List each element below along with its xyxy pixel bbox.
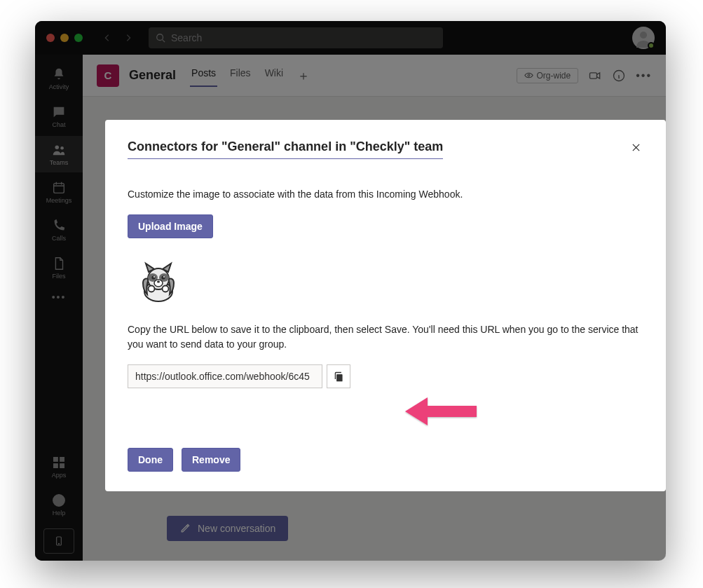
- copy-icon: [333, 371, 345, 383]
- svg-point-26: [163, 286, 169, 292]
- button-label: Upload Image: [138, 221, 203, 232]
- modal-title: Connectors for "General" channel in "Che…: [128, 139, 443, 159]
- copy-url-button[interactable]: [327, 364, 350, 388]
- svg-point-24: [157, 281, 160, 283]
- svg-point-20: [161, 275, 165, 279]
- svg-point-19: [151, 275, 155, 279]
- close-icon: [632, 143, 641, 152]
- close-modal-button[interactable]: [629, 139, 643, 158]
- raccoon-icon: [136, 258, 181, 303]
- remove-button[interactable]: Remove: [182, 448, 240, 472]
- webhook-url-input[interactable]: [128, 364, 322, 388]
- webhook-image-preview: [136, 258, 181, 303]
- done-button[interactable]: Done: [128, 448, 173, 472]
- button-label: Remove: [192, 454, 230, 465]
- url-description: Copy the URL below to save it to the cli…: [128, 322, 643, 352]
- app-window: Search Activity Chat Teams Meetings: [35, 21, 666, 561]
- svg-rect-27: [336, 374, 343, 381]
- svg-point-25: [149, 286, 155, 292]
- connectors-modal: Connectors for "General" channel in "Che…: [105, 120, 666, 491]
- button-label: Done: [138, 454, 163, 465]
- svg-point-22: [163, 276, 165, 278]
- upload-image-button[interactable]: Upload Image: [128, 214, 213, 238]
- upload-description: Customize the image to associate with th…: [128, 187, 643, 202]
- svg-point-21: [153, 276, 155, 278]
